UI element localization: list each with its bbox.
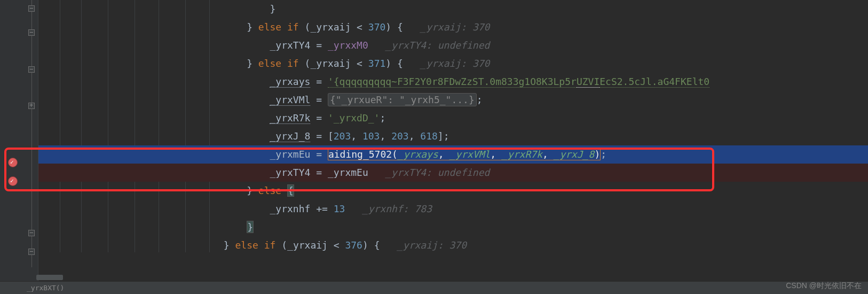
code-line[interactable]: _yrxnhf += 13 _yrxnhf: 783 — [38, 200, 868, 218]
inline-hint: _yrxTY4: undefined — [385, 167, 490, 178]
fold-marker-icon[interactable] — [28, 230, 35, 236]
code-editor[interactable]: } } else if (_yrxaij < 370) { _yrxaij: 3… — [38, 0, 868, 294]
breakpoint-icon[interactable] — [8, 176, 18, 186]
code-line-current[interactable]: _yrxmEu = aiding_5702(_yrxays, _yrxVMl, … — [38, 145, 868, 164]
inline-hint: _yrxaij: 370 — [420, 21, 490, 33]
fold-marker-icon[interactable] — [28, 249, 35, 255]
inline-hint: _yrxaij: 370 — [420, 58, 490, 69]
inline-hint: _yrxTY4: undefined — [385, 40, 490, 51]
inline-hint: _yrxnhf: 783 — [362, 203, 432, 214]
code-line[interactable]: } — [38, 218, 868, 236]
scrollbar-thumb[interactable] — [36, 275, 63, 280]
fold-marker-icon[interactable] — [28, 5, 35, 12]
fold-marker-expand-icon[interactable] — [28, 103, 35, 109]
status-text: _yrxBXT() — [27, 284, 64, 292]
folded-code-icon[interactable]: {"_yrxueR": "_yrxh5_"...} — [328, 93, 477, 106]
code-line[interactable]: } — [38, 0, 868, 18]
code-line[interactable]: _yrxJ_8 = [203, 103, 203, 618]; — [38, 127, 868, 145]
code-line[interactable]: _yrxTY4 = _yrxxM0 _yrxTY4: undefined — [38, 36, 868, 55]
code-line-breakpoint[interactable]: _yrxTY4 = _yrxmEu _yrxTY4: undefined — [38, 164, 868, 182]
fold-marker-icon[interactable] — [28, 29, 35, 36]
watermark-text: CSDN @时光依旧不在 — [786, 281, 862, 291]
breakpoint-icon[interactable] — [8, 158, 18, 167]
editor-gutter — [0, 0, 38, 294]
code-line[interactable]: } else if (_yrxaij < 371) { _yrxaij: 370 — [38, 55, 868, 73]
code-line[interactable]: _yrxays = '{qqqqqqqqq~F3F2Y0r8FDwZzST.0m… — [38, 73, 868, 91]
code-line[interactable]: } else { — [38, 182, 868, 200]
code-line[interactable]: _yrxVMl = {"_yrxueR": "_yrxh5_"...}; — [38, 91, 868, 109]
inline-hint: _yrxaij: 370 — [397, 239, 467, 251]
status-bar: _yrxBXT() — [0, 281, 868, 294]
code-line[interactable]: } else if (_yrxaij < 376) { _yrxaij: 370 — [38, 236, 868, 254]
fold-marker-icon[interactable] — [28, 66, 35, 73]
code-line[interactable]: } else if (_yrxaij < 370) { _yrxaij: 370 — [38, 18, 868, 36]
code-line[interactable]: _yrxR7k = '_yrxdD_'; — [38, 109, 868, 127]
